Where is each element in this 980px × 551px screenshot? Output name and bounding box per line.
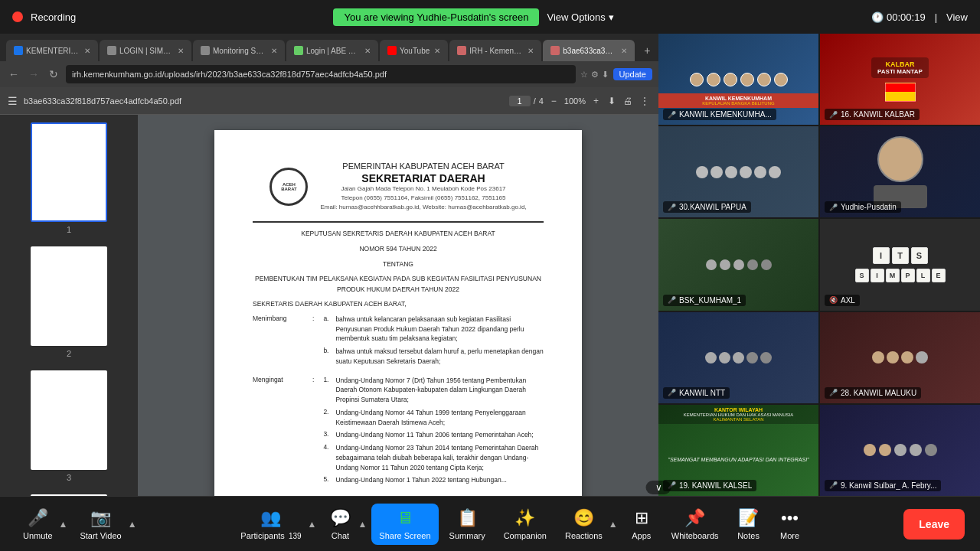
pdf-mengingat-label: Mengingat [253,376,306,489]
participant-name-9: 🎤 19. KANWIL KALSEL [663,480,756,491]
participant-name-4: 🎤 Yudhie-Pusdatin [825,201,901,213]
pdf-thumb-image-1 [31,122,107,222]
back-button[interactable]: ← [6,68,21,80]
collapse-panel-button[interactable]: ∨ [646,481,671,494]
unmute-caret-button[interactable]: ▲ [57,517,70,531]
summary-icon: 📋 [457,508,478,528]
pdf-pembentukan: PEMBENTUKAN TIM PELAKSANA KEGIATAN PADA … [253,274,544,295]
reactions-caret-button[interactable]: ▲ [607,517,619,531]
video-caret-button[interactable]: ▲ [126,517,139,531]
divider: | [935,11,937,23]
pdf-page: ACEHBARAT PEMERINTAH KABUPATEN ACEH BARA… [214,130,582,496]
recording-label: Recording [31,11,76,23]
mic-icon: 🎤 [829,481,838,489]
pdf-page-input[interactable] [509,96,531,106]
download-icon[interactable]: ⬇ [602,70,609,80]
unmute-wrap: 🎤 Unmute ▲ [15,504,69,545]
chat-caret-button[interactable]: ▲ [356,517,368,531]
participant-tile-10[interactable]: 🎤 9. Kanwil Sulbar_ A. Febry... [820,405,980,496]
reload-button[interactable]: ↻ [46,68,61,80]
browser-tab-5[interactable]: YouTube ✕ [380,40,448,61]
participant-name-3: 🎤 30.KANWIL PAPUA [663,201,751,213]
zoom-out-button[interactable]: − [550,94,558,108]
notes-button[interactable]: 📝 Notes [730,504,768,545]
pdf-thumbnail-4[interactable]: 4 [8,494,130,496]
pdf-menimbang-content: a. bahwa untuk kelancaran pelaksanaan su… [323,315,544,370]
zoom-in-button[interactable]: + [592,94,600,108]
pdf-thumbnail-2[interactable]: 2 [8,246,130,358]
pdf-thumb-image-2 [31,246,107,346]
participants-caret-button[interactable]: ▲ [306,517,318,531]
forward-button[interactable]: → [26,68,41,80]
summary-button[interactable]: 📋 Summary [442,504,493,545]
view-options-button[interactable]: View Options ▾ [547,11,613,23]
letter-S2: S [855,269,869,282]
update-button[interactable]: Update [613,68,652,80]
toolbar-right: Leave [903,509,965,540]
browser-tabs: KEMENTERIAN HU... ✕ LOGIN | SIMPEG VI...… [0,34,658,61]
pdf-thumbnail-1[interactable]: 1 [8,122,130,234]
browser-tab-2[interactable]: LOGIN | SIMPEG VI... ✕ [100,40,191,61]
companion-icon: ✨ [514,508,535,528]
pdf-print-icon[interactable]: 🖨 [622,94,634,108]
participant-tile-yudhie[interactable]: 🎤 Yudhie-Pusdatin [820,126,980,217]
pdf-mengingat-content: 1. Undang-Undang Nomor 7 (Drt) Tahun 195… [323,376,544,489]
browser-tab-4[interactable]: Login | ABE KEMI... ✕ [286,40,378,61]
pdf-menu-icon[interactable]: ☰ [8,95,18,107]
tab-close-icon[interactable]: ✕ [271,47,277,55]
address-bar-icons: ☆ ⚙ ⬇ [580,70,609,80]
new-tab-button[interactable]: + [636,40,658,61]
pdf-main-view[interactable]: ACEHBARAT PEMERINTAH KABUPATEN ACEH BARA… [138,115,658,496]
settings-icon[interactable]: ⚙ [591,70,599,80]
tab-close-icon[interactable]: ✕ [178,47,184,55]
browser-tab-7[interactable]: b3ae633ca32f818... ✕ [543,40,635,61]
pdf-email: Email: humas@acehhbaratkab.go.id, Websit… [320,203,526,212]
participant-tile-5[interactable]: 🎤 BSK_KUMHAM_1 [658,219,818,310]
letter-E: E [932,269,946,282]
participant-tile-3[interactable]: 🎤 30.KANWIL PAPUA [658,126,818,217]
whiteboards-button[interactable]: 📌 Whiteboards [664,504,727,545]
more-button[interactable]: ••• More [771,504,809,545]
participant-tile-9[interactable]: KANTOR WILAYAH KEMENTERIAN HUKUM DAN HAK… [658,405,818,496]
apps-button[interactable]: ⊞ Apps [622,504,661,545]
share-screen-button[interactable]: 🖥 Share Screen [371,504,438,545]
participants-button[interactable]: 👥 Participants 139 [233,504,309,545]
pdf-download-icon[interactable]: ⬇ [606,94,617,108]
reactions-button[interactable]: 😊 Reactions [557,504,610,545]
view-options-label: View Options [547,11,605,23]
mic-icon: 🎤 [829,389,838,396]
companion-button[interactable]: ✨ Companion [496,504,554,545]
viewing-banner: You are viewing Yudhie-Pusdatin's screen [333,8,539,26]
browser-tab-1[interactable]: KEMENTERIAN HU... ✕ [6,40,98,61]
browser-tab-6[interactable]: IRH - Kemenkumh... ✕ [449,40,541,61]
browser-tab-3[interactable]: Monitoring Sertifi... ✕ [193,40,285,61]
start-video-button[interactable]: 📷 Start Video [72,504,129,545]
pdf-thumbnail-3[interactable]: 3 [8,370,130,482]
tab-close-icon[interactable]: ✕ [84,47,90,55]
participant-tile-8[interactable]: 🎤 28. KANWIL MALUKU [820,312,980,403]
view-button[interactable]: View [946,11,968,23]
companion-label: Companion [504,531,547,540]
pdf-thumb-num-1: 1 [67,225,71,234]
participant-name-5: 🎤 BSK_KUMHAM_1 [663,295,746,306]
microphone-muted-icon: 🎤 [28,508,48,528]
tab-close-icon[interactable]: ✕ [364,47,371,55]
tab-close-icon[interactable]: ✕ [528,47,534,55]
notes-icon: 📝 [738,508,759,528]
participant-tile-2[interactable]: KALBAR PASTI MANTAP 🎤 16. KANWIL KALBAR [820,34,980,125]
chat-button[interactable]: 💬 Chat [321,504,359,545]
pdf-page-control: / 4 [509,96,544,106]
participant-tile-1[interactable]: KANWIL KEMENKUMHAM KEPULAUAN BANGKA BELI… [658,34,818,125]
pdf-more-icon[interactable]: ⋮ [639,94,651,108]
unmute-button[interactable]: 🎤 Unmute [15,504,60,545]
bookmark-icon[interactable]: ☆ [580,70,588,80]
pdf-menimbang-section: Menimbang : a. bahwa untuk kelancaran pe… [253,315,544,370]
pdf-menimbang-row: Menimbang : a. bahwa untuk kelancaran pe… [253,315,544,370]
tab-close-icon[interactable]: ✕ [434,47,440,55]
participant-tile-7[interactable]: 🎤 KANWIL NTT [658,312,818,403]
leave-button[interactable]: Leave [903,509,965,540]
pdf-thumb-image-3 [31,370,107,470]
participant-tile-6[interactable]: I T S S I M P L E 🔇 AXL [820,219,980,310]
tab-close-icon[interactable]: ✕ [621,47,627,55]
address-bar-input[interactable] [66,65,576,83]
